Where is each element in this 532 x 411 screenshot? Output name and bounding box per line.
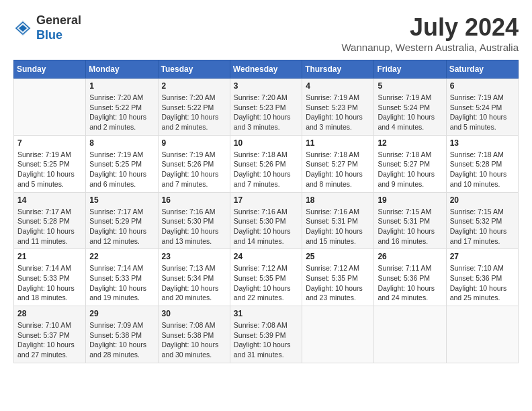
day-number: 14 bbox=[17, 195, 82, 205]
day-info: Sunrise: 7:14 AM Sunset: 5:33 PM Dayligh… bbox=[17, 263, 82, 303]
day-number: 24 bbox=[234, 252, 298, 261]
day-info: Sunrise: 7:15 AM Sunset: 5:32 PM Dayligh… bbox=[450, 207, 515, 246]
logo-general: General bbox=[36, 13, 81, 27]
day-info: Sunrise: 7:14 AM Sunset: 5:33 PM Dayligh… bbox=[89, 263, 154, 303]
day-number: 9 bbox=[162, 138, 226, 148]
day-number: 27 bbox=[450, 252, 515, 261]
calendar-cell: 19Sunrise: 7:15 AM Sunset: 5:31 PM Dayli… bbox=[374, 192, 446, 249]
day-info: Sunrise: 7:16 AM Sunset: 5:30 PM Dayligh… bbox=[162, 207, 226, 246]
calendar-cell: 5Sunrise: 7:19 AM Sunset: 5:24 PM Daylig… bbox=[374, 79, 446, 136]
day-number: 23 bbox=[162, 252, 226, 261]
logo-blue: Blue bbox=[36, 28, 62, 42]
day-number: 2 bbox=[162, 81, 226, 91]
calendar-cell: 24Sunrise: 7:12 AM Sunset: 5:35 PM Dayli… bbox=[230, 249, 302, 306]
column-header-thursday: Thursday bbox=[302, 60, 374, 79]
calendar-cell: 7Sunrise: 7:19 AM Sunset: 5:25 PM Daylig… bbox=[14, 135, 86, 192]
day-info: Sunrise: 7:11 AM Sunset: 5:36 PM Dayligh… bbox=[378, 263, 442, 303]
calendar-week-row: 28Sunrise: 7:10 AM Sunset: 5:37 PM Dayli… bbox=[14, 306, 519, 363]
logo-text: General Blue bbox=[36, 13, 81, 42]
day-info: Sunrise: 7:15 AM Sunset: 5:31 PM Dayligh… bbox=[378, 207, 442, 246]
day-number: 11 bbox=[306, 138, 370, 148]
day-info: Sunrise: 7:17 AM Sunset: 5:28 PM Dayligh… bbox=[17, 207, 82, 246]
calendar-cell: 8Sunrise: 7:19 AM Sunset: 5:25 PM Daylig… bbox=[86, 135, 158, 192]
calendar-cell: 25Sunrise: 7:12 AM Sunset: 5:35 PM Dayli… bbox=[302, 249, 374, 306]
day-info: Sunrise: 7:08 AM Sunset: 5:39 PM Dayligh… bbox=[234, 320, 298, 360]
day-info: Sunrise: 7:17 AM Sunset: 5:29 PM Dayligh… bbox=[89, 207, 154, 246]
column-header-friday: Friday bbox=[374, 60, 446, 79]
calendar-cell: 17Sunrise: 7:16 AM Sunset: 5:30 PM Dayli… bbox=[230, 192, 302, 249]
calendar-cell: 29Sunrise: 7:09 AM Sunset: 5:38 PM Dayli… bbox=[86, 306, 158, 363]
calendar-cell: 2Sunrise: 7:20 AM Sunset: 5:22 PM Daylig… bbox=[158, 79, 230, 136]
day-info: Sunrise: 7:16 AM Sunset: 5:31 PM Dayligh… bbox=[306, 207, 370, 246]
column-header-saturday: Saturday bbox=[446, 60, 518, 79]
calendar-week-row: 7Sunrise: 7:19 AM Sunset: 5:25 PM Daylig… bbox=[14, 135, 519, 192]
day-number: 15 bbox=[89, 195, 154, 205]
calendar-cell: 23Sunrise: 7:13 AM Sunset: 5:34 PM Dayli… bbox=[158, 249, 230, 306]
day-number: 26 bbox=[378, 252, 442, 261]
day-info: Sunrise: 7:20 AM Sunset: 5:22 PM Dayligh… bbox=[89, 93, 154, 132]
day-number: 19 bbox=[378, 195, 442, 205]
calendar-week-row: 1Sunrise: 7:20 AM Sunset: 5:22 PM Daylig… bbox=[14, 79, 519, 136]
day-info: Sunrise: 7:19 AM Sunset: 5:26 PM Dayligh… bbox=[162, 150, 226, 189]
day-info: Sunrise: 7:09 AM Sunset: 5:38 PM Dayligh… bbox=[89, 320, 154, 360]
day-info: Sunrise: 7:19 AM Sunset: 5:24 PM Dayligh… bbox=[450, 93, 515, 132]
day-number: 10 bbox=[234, 138, 298, 148]
logo-icon bbox=[13, 19, 32, 38]
day-number: 20 bbox=[450, 195, 515, 205]
day-info: Sunrise: 7:18 AM Sunset: 5:28 PM Dayligh… bbox=[450, 150, 515, 189]
day-number: 7 bbox=[17, 138, 82, 148]
calendar-cell: 12Sunrise: 7:18 AM Sunset: 5:27 PM Dayli… bbox=[374, 135, 446, 192]
day-info: Sunrise: 7:19 AM Sunset: 5:25 PM Dayligh… bbox=[17, 150, 82, 189]
calendar-cell: 1Sunrise: 7:20 AM Sunset: 5:22 PM Daylig… bbox=[86, 79, 158, 136]
column-header-tuesday: Tuesday bbox=[158, 60, 230, 79]
location-title: Wannanup, Western Australia, Australia bbox=[342, 42, 519, 53]
calendar-cell: 9Sunrise: 7:19 AM Sunset: 5:26 PM Daylig… bbox=[158, 135, 230, 192]
day-info: Sunrise: 7:08 AM Sunset: 5:38 PM Dayligh… bbox=[162, 320, 226, 360]
month-title: July 2024 bbox=[342, 13, 519, 42]
day-info: Sunrise: 7:13 AM Sunset: 5:34 PM Dayligh… bbox=[162, 263, 226, 303]
day-number: 21 bbox=[17, 252, 82, 261]
calendar-cell: 10Sunrise: 7:18 AM Sunset: 5:26 PM Dayli… bbox=[230, 135, 302, 192]
day-info: Sunrise: 7:10 AM Sunset: 5:36 PM Dayligh… bbox=[450, 263, 515, 303]
day-number: 1 bbox=[89, 81, 154, 91]
day-number: 25 bbox=[306, 252, 370, 261]
column-header-monday: Monday bbox=[86, 60, 158, 79]
calendar-cell: 21Sunrise: 7:14 AM Sunset: 5:33 PM Dayli… bbox=[14, 249, 86, 306]
day-info: Sunrise: 7:18 AM Sunset: 5:27 PM Dayligh… bbox=[378, 150, 442, 189]
day-info: Sunrise: 7:12 AM Sunset: 5:35 PM Dayligh… bbox=[234, 263, 298, 303]
calendar-cell: 18Sunrise: 7:16 AM Sunset: 5:31 PM Dayli… bbox=[302, 192, 374, 249]
calendar-week-row: 21Sunrise: 7:14 AM Sunset: 5:33 PM Dayli… bbox=[14, 249, 519, 306]
day-number: 18 bbox=[306, 195, 370, 205]
calendar-header-row: SundayMondayTuesdayWednesdayThursdayFrid… bbox=[14, 60, 519, 79]
day-number: 6 bbox=[450, 81, 515, 91]
calendar-week-row: 14Sunrise: 7:17 AM Sunset: 5:28 PM Dayli… bbox=[14, 192, 519, 249]
calendar-cell: 26Sunrise: 7:11 AM Sunset: 5:36 PM Dayli… bbox=[374, 249, 446, 306]
calendar-table: SundayMondayTuesdayWednesdayThursdayFrid… bbox=[13, 60, 519, 363]
calendar-cell: 6Sunrise: 7:19 AM Sunset: 5:24 PM Daylig… bbox=[446, 79, 518, 136]
day-number: 30 bbox=[162, 309, 226, 318]
day-number: 17 bbox=[234, 195, 298, 205]
day-number: 5 bbox=[378, 81, 442, 91]
logo: General Blue bbox=[13, 13, 81, 42]
day-number: 4 bbox=[306, 81, 370, 91]
day-number: 3 bbox=[234, 81, 298, 91]
calendar-cell: 20Sunrise: 7:15 AM Sunset: 5:32 PM Dayli… bbox=[446, 192, 518, 249]
calendar-cell: 15Sunrise: 7:17 AM Sunset: 5:29 PM Dayli… bbox=[86, 192, 158, 249]
day-info: Sunrise: 7:10 AM Sunset: 5:37 PM Dayligh… bbox=[17, 320, 82, 360]
calendar-cell bbox=[14, 79, 86, 136]
day-info: Sunrise: 7:20 AM Sunset: 5:22 PM Dayligh… bbox=[162, 93, 226, 132]
day-number: 13 bbox=[450, 138, 515, 148]
calendar-cell bbox=[374, 306, 446, 363]
calendar-cell: 14Sunrise: 7:17 AM Sunset: 5:28 PM Dayli… bbox=[14, 192, 86, 249]
title-block: July 2024 Wannanup, Western Australia, A… bbox=[342, 13, 519, 53]
day-number: 8 bbox=[89, 138, 154, 148]
day-number: 16 bbox=[162, 195, 226, 205]
calendar-cell: 13Sunrise: 7:18 AM Sunset: 5:28 PM Dayli… bbox=[446, 135, 518, 192]
day-info: Sunrise: 7:12 AM Sunset: 5:35 PM Dayligh… bbox=[306, 263, 370, 303]
day-number: 28 bbox=[17, 309, 82, 318]
day-info: Sunrise: 7:16 AM Sunset: 5:30 PM Dayligh… bbox=[234, 207, 298, 246]
calendar-cell bbox=[302, 306, 374, 363]
day-info: Sunrise: 7:20 AM Sunset: 5:23 PM Dayligh… bbox=[234, 93, 298, 132]
calendar-cell: 22Sunrise: 7:14 AM Sunset: 5:33 PM Dayli… bbox=[86, 249, 158, 306]
day-number: 12 bbox=[378, 138, 442, 148]
